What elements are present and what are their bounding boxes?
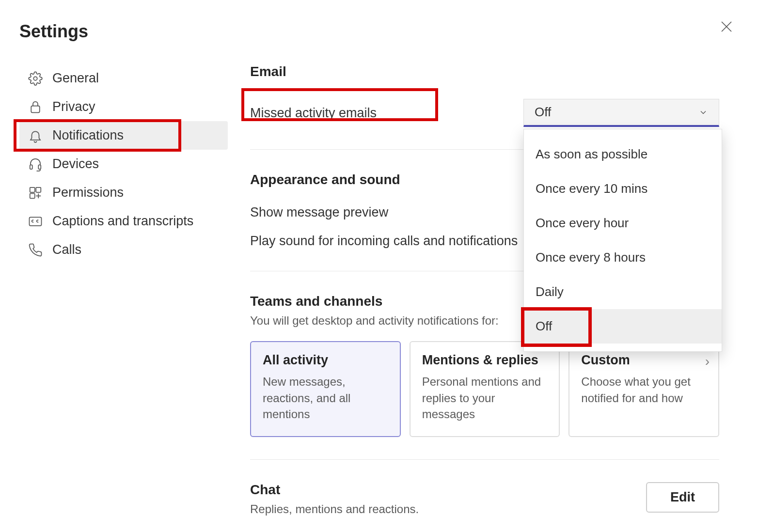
svg-rect-8	[30, 193, 35, 198]
page-title: Settings	[19, 21, 739, 42]
card-title: Custom	[581, 353, 707, 368]
apps-icon	[27, 186, 44, 200]
bell-icon	[27, 128, 44, 143]
option-off-label: Off	[536, 319, 552, 333]
email-heading: Email	[250, 64, 719, 79]
card-mentions-replies[interactable]: Mentions & replies Personal mentions and…	[410, 341, 560, 437]
cc-icon	[27, 214, 44, 229]
sidebar-item-devices[interactable]: Devices	[19, 150, 228, 178]
option-10mins[interactable]: Once every 10 mins	[524, 172, 722, 206]
svg-rect-7	[36, 187, 41, 192]
option-off[interactable]: Off	[524, 309, 722, 344]
card-desc: Personal mentions and replies to your me…	[422, 374, 548, 422]
sidebar-item-captions[interactable]: Captions and transcripts	[19, 207, 228, 235]
card-desc: Choose what you get notified for and how	[581, 374, 707, 406]
notification-mode-cards: All activity New messages, reactions, an…	[250, 341, 719, 437]
missed-activity-options: As soon as possible Once every 10 mins O…	[523, 129, 722, 352]
card-all-activity[interactable]: All activity New messages, reactions, an…	[250, 341, 401, 437]
divider	[250, 459, 719, 460]
sidebar-item-permissions[interactable]: Permissions	[19, 178, 228, 207]
dropdown-value: Off	[535, 105, 551, 120]
svg-rect-3	[31, 106, 40, 112]
sidebar-item-label: General	[52, 71, 99, 86]
chat-subtitle: Replies, mentions and reactions.	[250, 502, 419, 516]
close-icon	[719, 19, 734, 34]
card-desc: New messages, reactions, and all mention…	[263, 374, 388, 422]
svg-point-2	[33, 77, 37, 80]
option-asap[interactable]: As soon as possible	[524, 137, 722, 172]
missed-activity-dropdown: Off As soon as possible Once every 10 mi…	[523, 99, 719, 127]
settings-dialog: Settings General Privacy Notification	[0, 0, 758, 532]
sidebar-item-label: Notifications	[52, 128, 124, 143]
sidebar-item-calls[interactable]: Calls	[19, 235, 228, 264]
svg-rect-6	[30, 187, 35, 192]
svg-rect-9	[30, 217, 42, 226]
card-title: Mentions & replies	[422, 353, 548, 368]
missed-activity-select[interactable]: Off	[523, 99, 719, 127]
sidebar-item-label: Devices	[52, 156, 99, 172]
option-daily[interactable]: Daily	[524, 275, 722, 309]
sidebar-item-label: Calls	[52, 242, 81, 257]
play-sound-label: Play sound for incoming calls and notifi…	[250, 234, 518, 249]
missed-activity-label: Missed activity emails	[250, 106, 377, 121]
card-title: All activity	[263, 353, 388, 368]
close-button[interactable]	[719, 19, 734, 34]
sidebar-item-privacy[interactable]: Privacy	[19, 93, 228, 121]
show-preview-label: Show message preview	[250, 205, 388, 220]
chat-heading: Chat	[250, 482, 419, 498]
lock-icon	[27, 100, 44, 114]
sidebar: General Privacy Notifications Devic	[19, 64, 228, 532]
sidebar-item-label: Captions and transcripts	[52, 214, 193, 229]
chevron-right-icon: ›	[705, 354, 710, 369]
chevron-down-icon	[698, 108, 708, 117]
settings-content: Email Missed activity emails Off As soon…	[228, 64, 739, 532]
gear-icon	[27, 71, 44, 86]
highlight-off	[521, 307, 592, 347]
sidebar-item-notifications[interactable]: Notifications	[19, 121, 228, 150]
sidebar-item-label: Permissions	[52, 185, 124, 200]
svg-rect-4	[30, 165, 32, 169]
sidebar-item-label: Privacy	[52, 99, 95, 114]
option-8hours[interactable]: Once every 8 hours	[524, 240, 722, 275]
svg-rect-5	[38, 165, 41, 169]
sidebar-item-general[interactable]: General	[19, 64, 228, 93]
headset-icon	[27, 157, 44, 172]
phone-icon	[27, 243, 44, 257]
chat-edit-button[interactable]: Edit	[646, 482, 719, 513]
card-custom[interactable]: › Custom Choose what you get notified fo…	[568, 341, 719, 437]
option-hour[interactable]: Once every hour	[524, 206, 722, 240]
